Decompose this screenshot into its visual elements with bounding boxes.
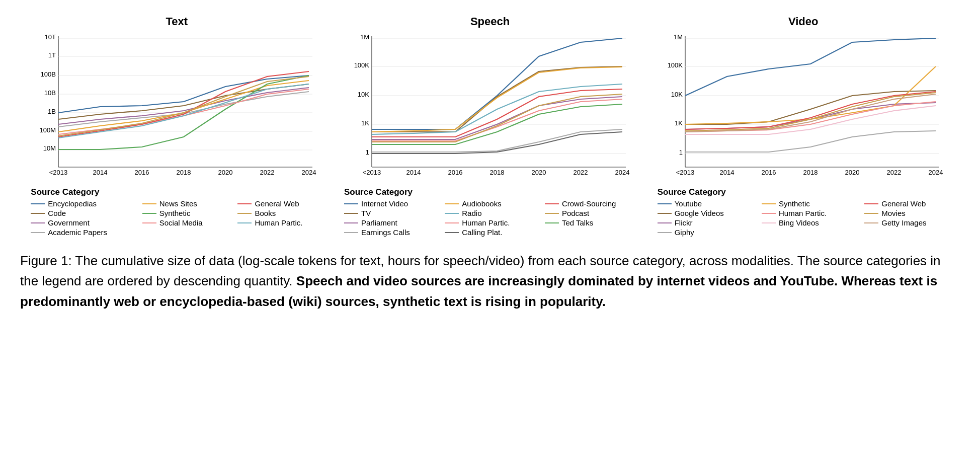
charts-row: Text 10T 1T 100B 10B 1B 100M 10M <box>20 15 960 237</box>
svg-text:2014: 2014 <box>719 169 734 176</box>
legend-item: Encyclopedias <box>31 199 127 208</box>
legend-item: Google Videos <box>658 209 747 217</box>
svg-text:2016: 2016 <box>448 169 463 176</box>
svg-text:1T: 1T <box>48 51 56 59</box>
svg-text:2018: 2018 <box>490 169 505 176</box>
svg-text:<2013: <2013 <box>363 169 381 176</box>
svg-text:<2013: <2013 <box>49 169 68 176</box>
svg-text:10T: 10T <box>45 33 56 41</box>
legend-item: News Sites <box>142 199 223 208</box>
svg-text:2016: 2016 <box>761 169 776 176</box>
legend-item: Movies <box>864 209 949 217</box>
svg-text:2014: 2014 <box>406 169 421 176</box>
legend-item: Getty Images <box>864 218 949 227</box>
legend-item: Internet Video <box>344 199 430 208</box>
video-chart-svg: 1M 100K 10K 1K 1 <2013 2014 2016 2018 20… <box>658 31 949 182</box>
legend-item: Code <box>31 209 127 217</box>
legend-item: Human Partic. <box>445 218 530 227</box>
figure-caption: Figure 1: The cumulative size of data (l… <box>20 251 956 312</box>
svg-text:2020: 2020 <box>845 169 859 176</box>
speech-chart-title: Speech <box>470 15 510 28</box>
svg-text:2014: 2014 <box>93 169 108 176</box>
legend-item: Crowd-Sourcing <box>545 199 636 208</box>
svg-text:1M: 1M <box>674 33 683 41</box>
text-chart-svg: 10T 1T 100B 10B 1B 100M 10M <2013 2014 2… <box>31 31 322 182</box>
svg-text:1K: 1K <box>361 119 369 127</box>
svg-text:2020: 2020 <box>532 169 546 176</box>
svg-text:2024: 2024 <box>615 169 630 176</box>
svg-text:1: 1 <box>366 148 369 156</box>
speech-chart-area: 1M 100K 10K 1K 1 <2013 2014 2016 2018 20… <box>344 31 636 182</box>
speech-chart-container: Speech 1M 100K 10K 1K 1 <2013 2014 2016 … <box>334 15 647 237</box>
legend-item: Human Partic. <box>762 209 849 217</box>
legend-item: Synthetic <box>142 209 223 217</box>
legend-item: Youtube <box>658 199 747 208</box>
video-chart-container: Video 1M 100K 10K 1K 1 <2013 2014 2016 2… <box>646 15 960 237</box>
legend-item: Ted Talks <box>545 218 636 227</box>
svg-text:2024: 2024 <box>302 169 316 176</box>
legend-item: Parliament <box>344 218 430 227</box>
speech-chart-svg: 1M 100K 10K 1K 1 <2013 2014 2016 2018 20… <box>344 31 636 182</box>
legend-item: Synthetic <box>762 199 849 208</box>
svg-text:2022: 2022 <box>260 169 275 176</box>
legend-item: Government <box>31 218 127 227</box>
svg-text:2024: 2024 <box>928 169 943 176</box>
svg-text:100K: 100K <box>667 61 683 69</box>
text-chart-container: Text 10T 1T 100B 10B 1B 100M 10M <box>20 15 334 237</box>
svg-text:1: 1 <box>679 148 682 156</box>
svg-text:2022: 2022 <box>886 169 901 176</box>
legend-item: Earnings Calls <box>344 228 430 237</box>
speech-legend-title: Source Category <box>344 187 636 197</box>
svg-text:10K: 10K <box>671 91 683 98</box>
text-legend: Source Category Encyclopedias News Sites… <box>31 187 322 237</box>
svg-text:100M: 100M <box>40 126 56 134</box>
legend-item: Podcast <box>545 209 636 217</box>
text-chart-area: 10T 1T 100B 10B 1B 100M 10M <2013 2014 2… <box>31 31 322 182</box>
legend-item: Books <box>237 209 322 217</box>
video-chart-title: Video <box>788 15 819 28</box>
svg-text:2020: 2020 <box>218 169 233 176</box>
legend-item: Flickr <box>658 218 747 227</box>
speech-legend: Source Category Internet Video Audiobook… <box>344 187 636 237</box>
legend-item: Bing Videos <box>762 218 849 227</box>
svg-text:1M: 1M <box>360 33 369 41</box>
svg-text:10K: 10K <box>358 91 369 98</box>
svg-text:2018: 2018 <box>803 169 818 176</box>
svg-text:10M: 10M <box>43 144 56 152</box>
legend-item: General Web <box>237 199 322 208</box>
legend-item: General Web <box>864 199 949 208</box>
legend-item: Audiobooks <box>445 199 530 208</box>
video-legend: Source Category Youtube Synthetic Genera… <box>658 187 949 237</box>
svg-text:10B: 10B <box>44 89 56 97</box>
legend-item: Radio <box>445 209 530 217</box>
svg-text:<2013: <2013 <box>676 169 694 176</box>
legend-item: Giphy <box>658 228 747 237</box>
svg-text:100K: 100K <box>354 61 370 69</box>
legend-item: Academic Papers <box>31 228 127 237</box>
svg-text:1K: 1K <box>675 119 683 127</box>
text-legend-title: Source Category <box>31 187 322 197</box>
legend-item: Social Media <box>142 218 223 227</box>
svg-text:2018: 2018 <box>177 169 191 176</box>
legend-item: Human Partic. <box>237 218 322 227</box>
legend-item: TV <box>344 209 430 217</box>
video-chart-area: 1M 100K 10K 1K 1 <2013 2014 2016 2018 20… <box>658 31 949 182</box>
video-legend-title: Source Category <box>658 187 949 197</box>
text-chart-title: Text <box>166 15 188 28</box>
svg-text:100B: 100B <box>41 70 56 78</box>
legend-item: Calling Plat. <box>445 228 530 237</box>
svg-text:2022: 2022 <box>574 169 588 176</box>
svg-text:2016: 2016 <box>135 169 149 176</box>
svg-text:1B: 1B <box>48 108 56 115</box>
